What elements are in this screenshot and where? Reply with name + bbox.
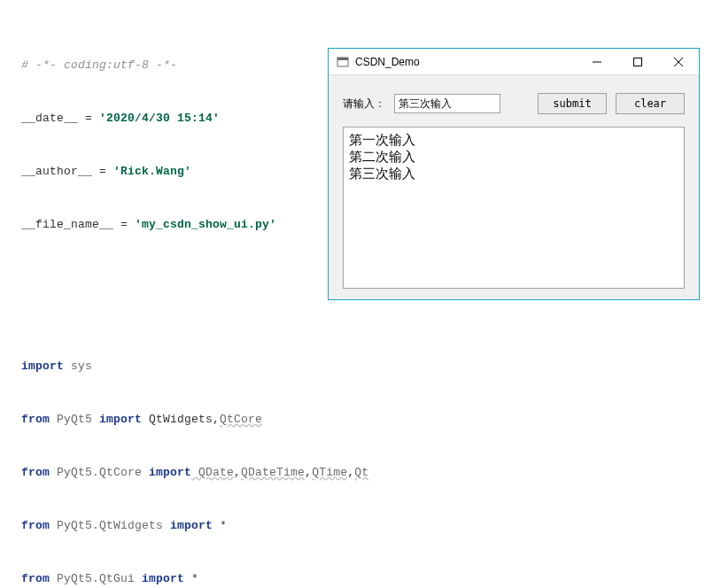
maximize-button[interactable] (617, 49, 658, 75)
window-title: CSDN_Demo (355, 56, 420, 68)
input-row: 请输入： submit clear (343, 93, 685, 114)
output-textarea[interactable]: 第一次输入 第二次输入 第三次输入 (343, 127, 685, 289)
qt-demo-window[interactable]: CSDN_Demo 请输入： submit clear 第一次输入 第二次输入 … (328, 48, 700, 300)
window-body: 请输入： submit clear 第一次输入 第二次输入 第三次输入 (329, 75, 699, 299)
input-label: 请输入： (343, 97, 385, 112)
comment: # -*- coding:utf-8 -*- (18, 57, 177, 74)
app-icon (336, 55, 350, 69)
close-button[interactable] (658, 49, 699, 75)
svg-rect-3 (634, 58, 642, 66)
minimize-button[interactable] (577, 49, 617, 75)
window-titlebar[interactable]: CSDN_Demo (329, 49, 699, 75)
clear-button[interactable]: clear (616, 93, 685, 114)
text-input[interactable] (394, 94, 500, 113)
submit-button[interactable]: submit (538, 93, 607, 114)
svg-rect-1 (337, 58, 348, 60)
